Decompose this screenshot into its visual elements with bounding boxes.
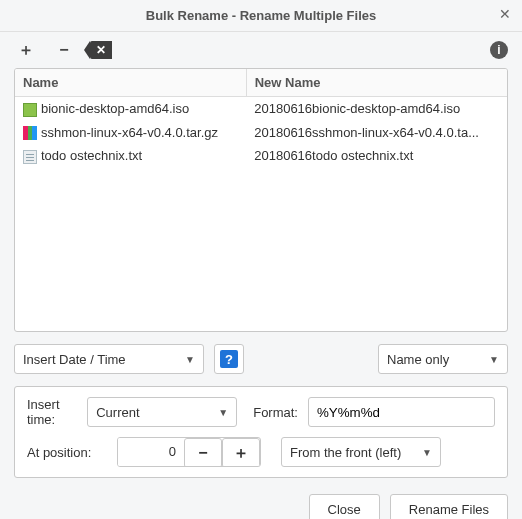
file-list-panel: Name New Name bionic-desktop-amd64.iso 2… — [14, 68, 508, 332]
insert-time-value: Current — [96, 405, 139, 420]
question-icon: ? — [220, 350, 238, 368]
file-name: bionic-desktop-amd64.iso — [41, 101, 189, 116]
column-header-newname[interactable]: New Name — [246, 69, 507, 97]
insert-time-label: Insert time: — [27, 397, 77, 427]
operation-select[interactable]: Insert Date / Time ▼ — [14, 344, 204, 374]
file-name: sshmon-linux-x64-v0.4.0.tar.gz — [41, 125, 218, 140]
format-input[interactable] — [308, 397, 495, 427]
file-new-name: 20180616sshmon-linux-x64-v0.4.0.ta... — [246, 121, 507, 145]
clear-button[interactable]: ✕ — [90, 41, 112, 59]
chevron-down-icon: ▼ — [218, 407, 228, 418]
operation-select-value: Insert Date / Time — [23, 352, 126, 367]
format-label: Format: — [253, 405, 298, 420]
column-header-name[interactable]: Name — [15, 69, 246, 97]
position-value[interactable]: 0 — [118, 438, 184, 466]
add-file-button[interactable]: ＋ — [14, 38, 38, 62]
table-row[interactable]: todo ostechnix.txt 20180616todo ostechni… — [15, 144, 507, 168]
close-button[interactable]: Close — [309, 494, 380, 519]
file-table: Name New Name bionic-desktop-amd64.iso 2… — [15, 69, 507, 168]
title-bar: Bulk Rename - Rename Multiple Files ✕ — [0, 0, 522, 32]
file-name: todo ostechnix.txt — [41, 148, 142, 163]
position-label: At position: — [27, 445, 107, 460]
table-header-row: Name New Name — [15, 69, 507, 97]
scope-select[interactable]: Name only ▼ — [378, 344, 508, 374]
position-spinner: 0 − ＋ — [117, 437, 261, 467]
file-new-name: 20180616bionic-desktop-amd64.iso — [246, 97, 507, 121]
scope-select-value: Name only — [387, 352, 449, 367]
file-type-icon — [23, 126, 37, 140]
footer: Close Rename Files — [0, 484, 522, 519]
table-row[interactable]: bionic-desktop-amd64.iso 20180616bionic-… — [15, 97, 507, 121]
chevron-down-icon: ▼ — [185, 354, 195, 365]
spinner-decrement[interactable]: − — [184, 438, 222, 467]
toolbar: ＋ − ✕ i — [0, 32, 522, 68]
file-type-icon — [23, 150, 37, 164]
from-select-value: From the front (left) — [290, 445, 401, 460]
mode-row: Insert Date / Time ▼ ? Name only ▼ — [0, 332, 522, 380]
options-panel: Insert time: Current ▼ Format: At positi… — [14, 386, 508, 478]
file-new-name: 20180616todo ostechnix.txt — [246, 144, 507, 168]
window-title: Bulk Rename - Rename Multiple Files — [146, 8, 376, 23]
spinner-increment[interactable]: ＋ — [222, 438, 260, 467]
table-row[interactable]: sshmon-linux-x64-v0.4.0.tar.gz 20180616s… — [15, 121, 507, 145]
file-type-icon — [23, 103, 37, 117]
chevron-down-icon: ▼ — [422, 447, 432, 458]
chevron-down-icon: ▼ — [489, 354, 499, 365]
help-button[interactable]: ? — [214, 344, 244, 374]
info-icon[interactable]: i — [490, 41, 508, 59]
rename-files-button[interactable]: Rename Files — [390, 494, 508, 519]
remove-file-button[interactable]: − — [52, 38, 76, 62]
close-window-button[interactable]: ✕ — [496, 6, 514, 24]
from-select[interactable]: From the front (left) ▼ — [281, 437, 441, 467]
insert-time-select[interactable]: Current ▼ — [87, 397, 237, 427]
